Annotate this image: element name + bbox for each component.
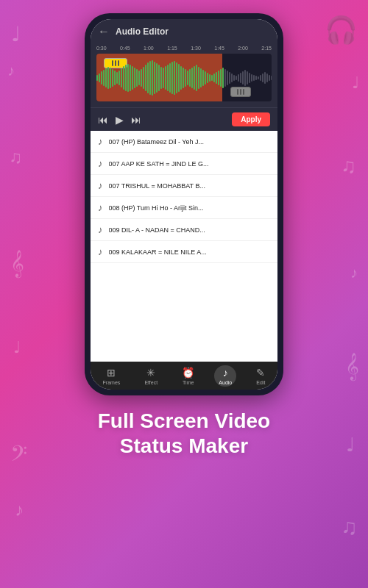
bottom-promotional-text: Full Screen Video Status Maker — [76, 409, 292, 458]
waveform-bar-46 — [198, 67, 199, 89]
song-icon-3: ♪ — [98, 180, 103, 191]
ruler-label-2: 0:45 — [120, 46, 130, 51]
waveform-bar-37 — [178, 64, 180, 92]
handle-line-4 — [237, 89, 238, 95]
waveform-bar-54 — [216, 72, 217, 84]
waveform-bar-66 — [242, 71, 244, 85]
deco-note-4: 𝄞 — [10, 250, 24, 277]
ruler-label-3: 1:00 — [144, 46, 154, 51]
song-item-1[interactable]: ♪ 007 (HP) Batameez Dil - Yeh J... — [91, 131, 277, 153]
waveform-bar-58 — [224, 69, 226, 87]
back-button[interactable]: ← — [98, 25, 110, 38]
ruler-label-4: 1:15 — [167, 46, 177, 51]
deco-note-1: ♩ — [11, 22, 21, 46]
right-handle-lines — [237, 89, 244, 95]
waveform-bar-5 — [107, 67, 109, 89]
waveform-bar-27 — [156, 63, 158, 93]
timeline-ruler: 0:30 0:45 1:00 1:15 1:30 1:45 2:00 2:15 — [91, 44, 277, 51]
waveform-bar-23 — [147, 62, 149, 93]
waveform-bar-2 — [101, 71, 102, 85]
waveform-bar-74 — [260, 75, 261, 81]
waveform-bar-3 — [103, 70, 105, 86]
time-icon: ⏰ — [182, 367, 194, 379]
song-item-3[interactable]: ♪ 007 TRISHUL = MOHABBAT B... — [91, 175, 277, 197]
waveform-bar-57 — [222, 68, 224, 88]
nav-item-effect[interactable]: ✳ Effect — [140, 365, 162, 387]
song-item-5[interactable]: ♪ 009 DIL- A - NADAN = CHAND... — [91, 219, 277, 241]
skip-forward-button[interactable]: ⏭ — [131, 115, 141, 125]
waveform-bar-77 — [266, 74, 268, 82]
waveform-bar-19 — [138, 71, 140, 85]
waveform-bar-26 — [154, 62, 155, 94]
waveform-bar-52 — [211, 75, 213, 81]
waveform-bar-7 — [112, 69, 113, 87]
right-trim-handle[interactable] — [230, 87, 251, 97]
waveform-bar-61 — [231, 74, 233, 82]
song-item-6[interactable]: ♪ 009 KALAKAAR = NILE NILE A... — [91, 241, 277, 263]
waveform-bar-25 — [152, 60, 153, 96]
song-title-2: 007 AAP KE SATH = JIND LE G... — [109, 160, 209, 168]
play-button[interactable]: ▶ — [116, 115, 124, 125]
nav-item-frames[interactable]: ⊞ Frames — [99, 365, 125, 387]
nav-item-edit[interactable]: ✎ Edit — [252, 365, 269, 387]
song-icon-4: ♪ — [98, 202, 103, 213]
apply-button[interactable]: Apply — [232, 112, 270, 126]
phone-shell: ← Audio Editor 0:30 0:45 1:00 1:15 1:30 … — [85, 13, 283, 395]
ruler-labels: 0:30 0:45 1:00 1:15 1:30 1:45 2:00 2:15 — [96, 46, 272, 51]
waveform-bar-30 — [163, 68, 164, 88]
frames-label: Frames — [103, 380, 121, 385]
waveform-bar-16 — [132, 66, 133, 90]
waveform-bar-42 — [189, 69, 191, 87]
promo-line1: Full Screen Video — [98, 409, 270, 434]
handle-line-6 — [243, 89, 244, 95]
waveform-bar-70 — [251, 74, 252, 82]
waveform-bar-48 — [202, 70, 204, 86]
effect-icon: ✳ — [146, 367, 155, 379]
deco-note-10: ♫ — [341, 154, 356, 178]
deco-note-12: 𝄞 — [345, 353, 359, 380]
phone-screen: ← Audio Editor 0:30 0:45 1:00 1:15 1:30 … — [91, 19, 277, 390]
waveform-bar-12 — [123, 66, 124, 90]
waveform-section[interactable] — [91, 51, 277, 107]
waveform-bar-55 — [218, 71, 219, 85]
waveform-bar-40 — [185, 69, 186, 87]
song-title-6: 009 KALAKAAR = NILE NILE A... — [109, 248, 207, 256]
waveform-bar-28 — [158, 65, 160, 91]
edit-label: Edit — [256, 380, 265, 385]
skip-back-button[interactable]: ⏮ — [98, 115, 108, 125]
song-list: ♪ 007 (HP) Batameez Dil - Yeh J... ♪ 007… — [91, 131, 277, 362]
waveform-bar-62 — [233, 75, 235, 81]
waveform-bar-18 — [136, 69, 138, 87]
frames-icon: ⊞ — [107, 367, 116, 379]
waveform-bar-29 — [160, 67, 162, 89]
deco-note-6: 𝄢 — [10, 441, 27, 472]
waveform-bar-33 — [169, 63, 171, 93]
song-icon-5: ♪ — [98, 224, 103, 235]
nav-item-time[interactable]: ⏰ Time — [177, 365, 199, 387]
waveform-bar-9 — [116, 72, 118, 84]
ruler-label-8: 2:15 — [261, 46, 272, 51]
edit-icon: ✎ — [256, 367, 265, 379]
waveform-bar-43 — [191, 68, 193, 88]
waveform-bar-73 — [258, 76, 259, 79]
waveform-bar-56 — [220, 69, 222, 87]
waveform-bar-60 — [229, 72, 230, 84]
deco-note-8: 🎧 — [325, 15, 358, 46]
waveform-bar-1 — [99, 74, 100, 82]
waveform-bar-41 — [187, 71, 188, 85]
song-icon-6: ♪ — [98, 246, 103, 257]
waveform-bar-65 — [240, 73, 241, 83]
song-icon-1: ♪ — [98, 136, 103, 147]
song-title-5: 009 DIL- A - NADAN = CHAND... — [109, 226, 205, 234]
deco-note-11: ♪ — [350, 265, 358, 282]
song-item-4[interactable]: ♪ 008 (HP) Tum Hi Ho - Arijit Sin... — [91, 197, 277, 219]
song-item-2[interactable]: ♪ 007 AAP KE SATH = JIND LE G... — [91, 153, 277, 175]
waveform-bar-47 — [200, 68, 202, 87]
waveform-container[interactable] — [96, 54, 272, 101]
waveform-bar-22 — [145, 65, 146, 91]
nav-item-audio[interactable]: ♪ Audio — [214, 365, 236, 387]
promo-line2: Status Maker — [98, 434, 270, 459]
deco-note-13: ♩ — [346, 434, 355, 456]
ruler-label-1: 0:30 — [96, 46, 107, 51]
phone-wrapper: ← Audio Editor 0:30 0:45 1:00 1:15 1:30 … — [85, 0, 283, 395]
